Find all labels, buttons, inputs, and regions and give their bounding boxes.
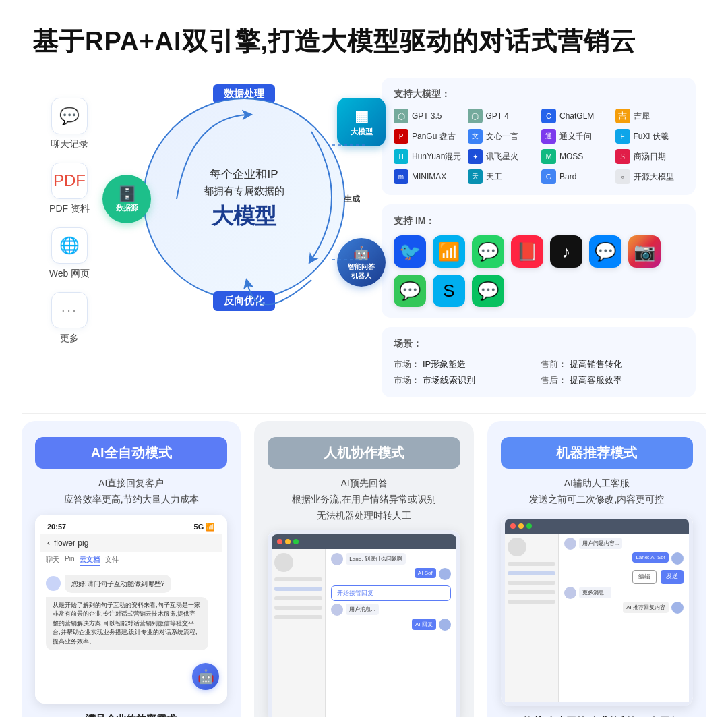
window-close-dot (277, 539, 282, 544)
llm-opensource: ◦ 开源大模型 (615, 169, 684, 184)
desktop-header-1 (272, 534, 456, 549)
im-douyin: ♪ (550, 235, 582, 268)
llm-tiangong-label: 天工 (486, 171, 502, 183)
node-bigmodel: ▦ 大模型 (337, 98, 386, 146)
source-web: 🌐 Web 网页 (32, 227, 107, 280)
circle-diagram: 数据处理 每个企业和IP 都拥有专属数据的 大模型 🗄️ 数据源 ▦ 大模型 生… (123, 78, 365, 320)
sb-item-1 (508, 562, 555, 566)
desktop-mockup-1: Lane: 到底什么问题啊 AI Sof 开始接管回复 用户消息... (268, 530, 460, 717)
web-icon: 🌐 (51, 227, 88, 264)
mode-recommend-description: AI辅助人工客服发送之前可二次修改,内容更可控 (501, 476, 693, 508)
msg-bubble-2: AI Sof (415, 568, 436, 578)
llm-gpt35-icon: ⬡ (394, 109, 408, 123)
desktop-sidebar-1 (272, 549, 326, 717)
sidebar-avatar-1 (274, 553, 293, 572)
msg-bubble-3: 用户消息... (346, 604, 379, 615)
msg-bubble-r2: Lane: AI Sof (632, 552, 669, 563)
llm-minimax-label: MINIMAX (412, 172, 446, 181)
mode-auto-footer: 满足企业的效率需求 (35, 710, 227, 717)
source-chat-label: 聊天记录 (51, 138, 88, 150)
llm-tiangong: 天 天工 (468, 169, 537, 184)
msg-bubble-1: Lane: 到底什么问题啊 (346, 553, 405, 565)
scenario-2-value: 提高销售转化 (570, 358, 622, 370)
sb-item-3 (508, 581, 555, 585)
scenario-3-key: 市场： (394, 374, 420, 386)
llm-hunyuan-icon: H (394, 149, 408, 164)
im-skype: S (433, 275, 465, 307)
llm-pangu: P PanGu 盘古 (394, 129, 462, 144)
section-divider (22, 413, 706, 414)
im-messenger: 💬 (589, 235, 621, 268)
mode-human-ai-description: AI预先回答根据业务流,在用户情绪异常或识别无法机器处理时转人工 (268, 476, 460, 523)
bigmodel-icon: ▦ (355, 108, 369, 125)
msg-row-3: 用户消息... (331, 604, 450, 616)
msg-avatar-3 (331, 604, 343, 616)
circle-subtitle: 每个企业和IP (210, 167, 278, 182)
scenarios-grid: 市场： IP形象塑造 售前： 提高销售转化 市场： 市场线索识别 售后： 提高客… (394, 358, 684, 386)
msg-row-r1: 用户问题内容... (564, 538, 684, 550)
scenario-1-value: IP形象塑造 (423, 358, 466, 370)
msg-bubble-r1: 用户问题内容... (579, 538, 623, 549)
circle-center: 每个企业和IP 都拥有专属数据的 大模型 (143, 98, 345, 300)
robot-icon: 🤖 (353, 245, 370, 261)
mode-human-ai-header: 人机协作模式 (268, 437, 460, 469)
im-wechat-service: 💬 (472, 275, 504, 307)
msg-avatar-4 (439, 619, 451, 631)
scenario-4-key: 售后： (541, 374, 567, 386)
action-button-takeover[interactable]: 开始接管回复 (331, 585, 450, 601)
desktop-main-1: Lane: 到底什么问题啊 AI Sof 开始接管回复 用户消息... (326, 549, 456, 717)
msg-row-1: Lane: 到底什么问题啊 (331, 553, 450, 565)
mode-card-recommend: 机器推荐模式 AI辅助人工客服发送之前可二次修改,内容更可控 (487, 421, 706, 717)
im-xiaohongshu: 📕 (511, 235, 543, 268)
llm-panel: 支持大模型： ⬡ GPT 3.5 ⬡ GPT 4 C ChatGLM (382, 78, 696, 195)
llm-moss-label: MOSS (559, 152, 583, 161)
llm-fuxi-icon: F (615, 129, 630, 144)
edit-button[interactable]: 编辑 (632, 570, 657, 584)
tab-doc[interactable]: 云文档 (80, 555, 100, 566)
llm-chatglm-label: ChatGLM (559, 111, 594, 121)
llm-chatglm: C ChatGLM (541, 109, 610, 123)
llm-xunfei-label: 讯飞星火 (486, 151, 518, 163)
send-button[interactable]: 发送 (661, 570, 684, 584)
source-pdf-label: PDF 资料 (49, 203, 90, 215)
sidebar-item-5 (274, 615, 322, 619)
im-5g: 📶 (433, 235, 465, 268)
desktop-content-1: Lane: 到底什么问题啊 AI Sof 开始接管回复 用户消息... (272, 549, 456, 717)
llm-opensource-label: 开源大模型 (634, 171, 674, 183)
scenario-3: 市场： 市场线索识别 (394, 374, 537, 386)
data-sources-list: 💬 聊天记录 PDF PDF 资料 🌐 Web 网页 ··· 更多 (32, 98, 107, 345)
sb-item-5 (508, 600, 555, 604)
llm-jisi-icon: 吉 (615, 109, 630, 123)
diagram-area: 💬 聊天记录 PDF PDF 资料 🌐 Web 网页 ··· 更多 数据处理 (32, 78, 696, 397)
msg-bubble-r4: AI 推荐回复内容 (623, 602, 669, 613)
mode-recommend-footer: AI推荐,人来回答,企业控制每一条回复 (501, 713, 693, 717)
llm-wenxin-icon: 文 (468, 129, 483, 144)
pdf-icon: PDF (51, 163, 88, 199)
circle-big-title: 大模型 (212, 202, 276, 231)
scenario-3-value: 市场线索识别 (423, 374, 475, 386)
desktop-header-2 (505, 519, 689, 534)
bigmodel-label: 大模型 (351, 127, 373, 137)
llm-fuxi: F FuXi 伏羲 (615, 129, 684, 144)
msg-row-r4: AI 推荐回复内容 (564, 602, 684, 614)
desktop-sidebar-2 (505, 534, 559, 702)
llm-grid: ⬡ GPT 3.5 ⬡ GPT 4 C ChatGLM 吉 吉犀 (394, 109, 684, 184)
mode-recommend-header: 机器推荐模式 (501, 437, 693, 469)
llm-wenxin: 文 文心一言 (468, 129, 537, 144)
msg-row-r2: Lane: AI Sof (564, 552, 684, 565)
msg-row-4: AI 回复 (331, 619, 450, 631)
right-panel: 支持大模型： ⬡ GPT 3.5 ⬡ GPT 4 C ChatGLM (382, 78, 696, 397)
sidebar-item-1 (274, 577, 322, 581)
source-web-label: Web 网页 (49, 268, 90, 280)
chat-icon: 💬 (51, 98, 88, 134)
llm-gpt4: ⬡ GPT 4 (468, 109, 537, 123)
llm-minimax: m MINIMAX (394, 169, 462, 184)
robot-label: 智能问答机器人 (348, 262, 375, 280)
phone-signal: 5G 📶 (194, 523, 216, 532)
llm-xunfei: ✦ 讯飞星火 (468, 149, 537, 164)
user-question-bubble: 您好!请问句子互动能做到哪些? (65, 575, 171, 593)
msg-avatar-r4 (671, 602, 684, 614)
mode-card-auto: AI全自动模式 AI直接回复客户应答效率更高,节约大量人力成本 20:57 5G… (22, 421, 241, 717)
im-instagram: 📷 (628, 235, 661, 268)
mode-recommend-screenshot: 用户问题内容... Lane: AI Sof 编辑 发送 (501, 515, 693, 706)
